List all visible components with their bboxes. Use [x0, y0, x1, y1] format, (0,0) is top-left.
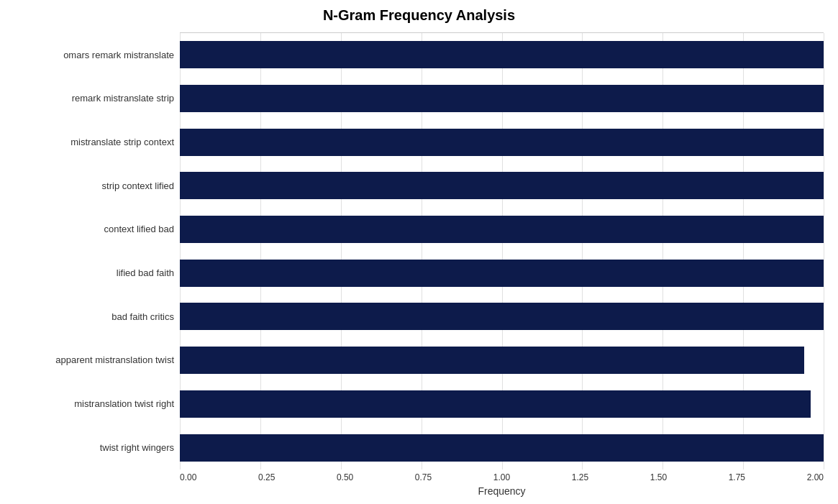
bar-row — [180, 429, 824, 467]
x-tick: 0.75 — [415, 472, 432, 482]
x-tick: 0.25 — [258, 472, 275, 482]
bars-and-grid — [180, 33, 824, 469]
y-label: mistranslation twist right — [74, 385, 174, 423]
y-label: lified bad faith — [117, 254, 174, 293]
chart-area: omars remark mistranslateremark mistrans… — [14, 33, 824, 469]
grid-line — [824, 33, 824, 469]
y-label: omars remark mistranslate — [63, 35, 174, 74]
y-label: strip context lified — [102, 166, 174, 205]
bar-row — [180, 35, 824, 74]
x-tick: 2.00 — [807, 472, 824, 482]
bar-row — [180, 341, 824, 380]
x-axis-label: Frequency — [180, 485, 824, 497]
y-axis: omars remark mistranslateremark mistrans… — [14, 33, 180, 469]
x-tick: 1.25 — [572, 472, 588, 482]
bar-row — [180, 210, 824, 249]
bar — [180, 216, 824, 243]
y-label: bad faith critics — [111, 297, 174, 336]
chart-title: N-Gram Frequency Analysis — [323, 7, 515, 24]
bar-row — [180, 79, 824, 118]
x-tick: 1.00 — [493, 472, 510, 482]
bar — [180, 41, 824, 68]
bar-row — [180, 166, 824, 205]
bar — [180, 347, 804, 374]
bar-row — [180, 123, 824, 162]
bar — [180, 85, 824, 112]
chart-container: omars remark mistranslateremark mistrans… — [14, 32, 824, 497]
bar — [180, 390, 811, 418]
y-label: apparent mistranslation twist — [55, 341, 174, 380]
x-tick: 1.75 — [729, 472, 745, 482]
x-tick: 1.50 — [650, 472, 667, 482]
y-label: context lified bad — [104, 210, 174, 249]
bar — [180, 303, 824, 330]
x-tick: 0.00 — [180, 472, 196, 482]
y-label: remark mistranslate strip — [72, 79, 174, 118]
bar-row — [180, 385, 824, 423]
bar — [180, 434, 824, 462]
bar — [180, 260, 824, 287]
bar — [180, 129, 824, 156]
x-tick: 0.50 — [337, 472, 353, 482]
x-axis-area: 0.000.250.500.751.001.251.501.752.00 Fre… — [180, 469, 824, 497]
y-label: mistranslate strip context — [70, 123, 174, 162]
bar — [180, 172, 824, 199]
y-label: twist right wingers — [100, 429, 174, 467]
x-ticks: 0.000.250.500.751.001.251.501.752.00 — [180, 469, 824, 482]
bar-row — [180, 297, 824, 336]
bar-row — [180, 254, 824, 293]
